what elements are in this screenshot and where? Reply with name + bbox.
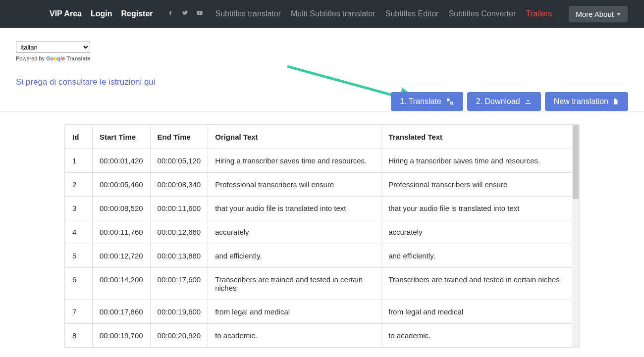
nav-mid: Subtitles translator Multi Subtitles tra…	[215, 6, 628, 22]
more-about-dropdown[interactable]: More About	[569, 6, 628, 22]
cell-trans: Hiring a transcriber saves time and reso…	[381, 149, 572, 173]
cell-start: 00:00:05,460	[93, 173, 151, 197]
cell-orig: to academic.	[208, 324, 381, 348]
cell-end: 00:00:19,600	[150, 300, 208, 324]
cell-orig: Hiring a transcriber saves time and reso…	[208, 149, 381, 173]
col-orig: Orignal Text	[208, 125, 381, 149]
nav-subtitles-converter[interactable]: Subtitles Converter	[448, 9, 516, 18]
download-button[interactable]: 2. Download	[467, 92, 541, 111]
facebook-icon[interactable]	[167, 9, 174, 18]
cell-trans: Professional transcribers will ensure	[381, 173, 572, 197]
table-row: 400:00:11,76000:00:12,660accuratelyaccur…	[65, 220, 572, 244]
col-end: End Time	[150, 125, 208, 149]
cell-orig: Transcribers are trained and tested in c…	[208, 268, 381, 300]
action-buttons: 1. Translate 2. Download New translation	[391, 92, 628, 111]
top-section: Italian Powered by Google Translate Si p…	[0, 28, 644, 111]
cell-end: 00:00:12,660	[150, 220, 208, 244]
nav-vip[interactable]: VIP Area	[50, 9, 82, 18]
cell-end: 00:00:13,880	[150, 244, 208, 268]
cell-orig: that your audio file is translated into …	[208, 197, 381, 220]
cell-end: 00:00:05,120	[150, 149, 208, 173]
cell-id: 1	[65, 149, 93, 173]
table-row: 500:00:12,72000:00:13,880and efficiently…	[65, 244, 572, 268]
social-icons	[167, 9, 204, 18]
scrollbar-track[interactable]	[572, 125, 579, 348]
nav-multi-translator[interactable]: Multi Subtitles translator	[291, 9, 376, 18]
col-trans: Translated Text	[381, 125, 572, 149]
youtube-icon[interactable]	[196, 9, 204, 18]
nav-subtitles-translator[interactable]: Subtitles translator	[215, 9, 281, 18]
cell-trans: and efficiently.	[381, 244, 572, 268]
language-select[interactable]: Italian	[16, 42, 90, 52]
cell-trans: accurately	[381, 220, 572, 244]
translate-button[interactable]: 1. Translate	[391, 92, 463, 111]
cell-start: 00:00:12,720	[93, 244, 151, 268]
cell-orig: and efficiently.	[208, 244, 381, 268]
download-icon	[524, 98, 532, 105]
nav-left: VIP Area Login Register	[50, 9, 204, 18]
table-row: 600:00:14,20000:00:17,600Transcribers ar…	[65, 268, 572, 300]
cell-orig: Professional transcribers will ensure	[208, 173, 381, 197]
translate-icon	[445, 98, 454, 105]
col-id: Id	[65, 125, 93, 149]
cell-start: 00:00:01,420	[93, 149, 151, 173]
cell-start: 00:00:11,760	[93, 220, 151, 244]
nav-login[interactable]: Login	[91, 9, 112, 18]
cell-start: 00:00:17,860	[93, 300, 151, 324]
cell-trans: Transcribers are trained and tested in c…	[381, 268, 572, 300]
cell-id: 8	[65, 324, 93, 348]
cell-id: 6	[65, 268, 93, 300]
table-row: 100:00:01,42000:00:05,120Hiring a transc…	[65, 149, 572, 173]
cell-id: 4	[65, 220, 93, 244]
nav-subtitles-editor[interactable]: Subtitles Editor	[385, 9, 439, 18]
cell-end: 00:00:08,340	[150, 173, 208, 197]
cell-id: 7	[65, 300, 93, 324]
navbar: VIP Area Login Register Subtitles transl…	[0, 0, 644, 28]
cell-start: 00:00:19,700	[93, 324, 151, 348]
nav-trailers[interactable]: Trailers	[526, 9, 552, 18]
cell-trans: to academic.	[381, 324, 572, 348]
cell-id: 2	[65, 173, 93, 197]
cell-end: 00:00:11,600	[150, 197, 208, 220]
subtitles-table-wrap: Id Start Time End Time Orignal Text Tran…	[64, 124, 580, 348]
table-row: 300:00:08,52000:00:11,600that your audio…	[65, 197, 572, 220]
scrollbar-thumb[interactable]	[573, 125, 579, 199]
cell-trans: from legal and medical	[381, 300, 572, 324]
table-row: 700:00:17,86000:00:19,600from legal and …	[65, 300, 572, 324]
cell-orig: accurately	[208, 220, 381, 244]
instructions-link[interactable]: Si prega di consultare le istruzioni qui	[16, 77, 156, 87]
cell-end: 00:00:20,920	[150, 324, 208, 348]
caret-down-icon	[617, 13, 621, 15]
table-row: 200:00:05,46000:00:08,340Professional tr…	[65, 173, 572, 197]
powered-by-google: Powered by Google Translate	[16, 55, 628, 61]
twitter-icon[interactable]	[181, 9, 189, 18]
cell-id: 5	[65, 244, 93, 268]
cell-start: 00:00:08,520	[93, 197, 151, 220]
new-translation-button[interactable]: New translation	[545, 92, 628, 111]
cell-trans: that your audio file is translated into …	[381, 197, 572, 220]
col-start: Start Time	[93, 125, 151, 149]
cell-orig: from legal and medical	[208, 300, 381, 324]
file-icon	[612, 98, 619, 105]
nav-register[interactable]: Register	[121, 9, 153, 18]
cell-start: 00:00:14,200	[93, 268, 151, 300]
cell-id: 3	[65, 197, 93, 220]
more-about-label: More About	[576, 10, 614, 18]
table-header-row: Id Start Time End Time Orignal Text Tran…	[65, 125, 572, 149]
cell-end: 00:00:17,600	[150, 268, 208, 300]
table-row: 800:00:19,70000:00:20,920to academic.to …	[65, 324, 572, 348]
subtitles-table: Id Start Time End Time Orignal Text Tran…	[65, 125, 572, 348]
